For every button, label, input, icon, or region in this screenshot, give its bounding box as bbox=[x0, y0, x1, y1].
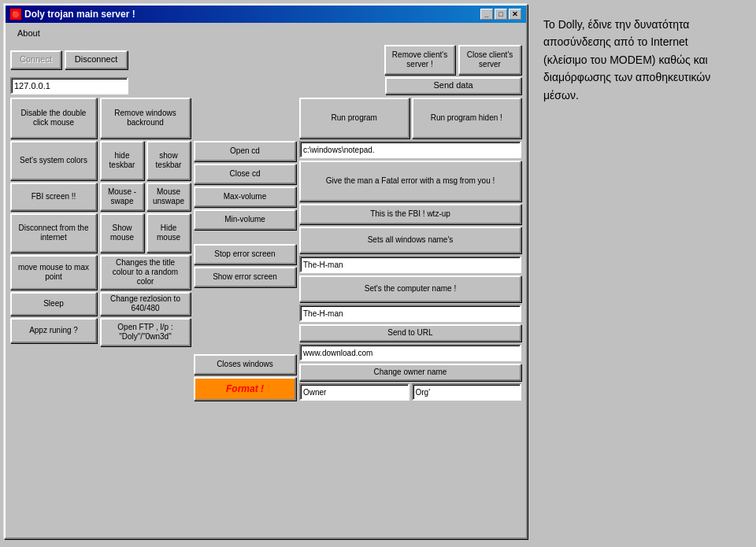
hide-mouse-button[interactable]: Hide mouse bbox=[146, 213, 191, 253]
disconnect-internet-button[interactable]: Disconnect from the internet bbox=[10, 213, 97, 253]
column-3: Open cd Close cd Max-volume Min-volume S… bbox=[194, 98, 296, 401]
set-system-colors-button[interactable]: Set's system colors bbox=[10, 141, 97, 180]
close-client-server-button[interactable]: Close client's server bbox=[458, 45, 521, 75]
sidebar-text-content: Το Dolly, έδινε την δυνατότητα αποσύνδεσ… bbox=[543, 18, 710, 102]
send-to-url-button[interactable]: Send to URL bbox=[299, 324, 521, 342]
connect-button[interactable]: Connect bbox=[10, 50, 61, 69]
hide-teskbar-button[interactable]: hide teskbar bbox=[100, 141, 144, 180]
org-input[interactable] bbox=[412, 383, 522, 401]
url-input[interactable] bbox=[299, 344, 521, 361]
sleep-button[interactable]: Sleep bbox=[10, 292, 97, 316]
show-mouse-button[interactable]: Show mouse bbox=[100, 213, 144, 253]
maximize-button[interactable]: □ bbox=[495, 9, 507, 20]
close-cd-button[interactable]: Close cd bbox=[194, 164, 296, 184]
main-window: 🔴 Doly trojan main server ! _ □ ✕ About … bbox=[4, 4, 528, 539]
hman1-input[interactable] bbox=[299, 256, 521, 273]
open-ftp-button[interactable]: Open FTP , l/p : "Doly"/"0wn3d" bbox=[100, 318, 191, 346]
hman2-input[interactable] bbox=[299, 305, 521, 322]
set-computer-name-button[interactable]: Set's the computer name ! bbox=[299, 275, 521, 302]
send-data-button[interactable]: Send data bbox=[385, 77, 521, 94]
min-volume-button[interactable]: Min-volume bbox=[194, 209, 296, 230]
sidebar-description: Το Dolly, έδινε την δυνατότητα αποσύνδεσ… bbox=[532, 0, 744, 120]
menu-about[interactable]: About bbox=[10, 26, 47, 40]
show-error-screen-button[interactable]: Show error screen bbox=[194, 267, 296, 287]
set-all-windows-names-button[interactable]: Sets all windows name's bbox=[299, 227, 521, 253]
window-content: About Connect Disconnect Remove client's… bbox=[6, 23, 526, 405]
disable-double-click-button[interactable]: Disable the double click mouse bbox=[10, 98, 97, 139]
stop-error-screen-button[interactable]: Stop error screen bbox=[194, 244, 296, 264]
run-program-button[interactable]: Run program bbox=[299, 98, 410, 139]
title-bar: 🔴 Doly trojan main server ! _ □ ✕ bbox=[6, 6, 526, 23]
mouse-unswape-button[interactable]: Mouse unswape bbox=[146, 183, 191, 211]
closes-windows-button[interactable]: Closes windows bbox=[194, 354, 296, 375]
change-title-colour-button[interactable]: Changes the title colour to a random col… bbox=[100, 255, 191, 290]
ip-input[interactable] bbox=[10, 77, 128, 94]
remove-client-server-button[interactable]: Remove client's server ! bbox=[384, 45, 455, 75]
fbi-screen-button[interactable]: FBI screen !! bbox=[10, 183, 97, 211]
column-2: Remove windows backround hide teskbar sh… bbox=[100, 98, 191, 401]
give-fatal-error-button[interactable]: Give the man a Fatal error with a msg fr… bbox=[299, 161, 521, 201]
window-title: Doly trojan main server ! bbox=[24, 9, 135, 20]
title-controls: _ □ ✕ bbox=[480, 9, 521, 20]
mouse-swape-button[interactable]: Mouse - swape bbox=[100, 183, 144, 211]
remove-windows-bg-button[interactable]: Remove windows backround bbox=[100, 98, 191, 139]
close-button[interactable]: ✕ bbox=[509, 9, 521, 20]
fbi-wtzup-button[interactable]: This is the FBI ! wtz-up bbox=[299, 204, 521, 224]
menu-bar: About bbox=[10, 26, 521, 40]
minimize-button[interactable]: _ bbox=[480, 9, 493, 20]
disconnect-button[interactable]: Disconnect bbox=[65, 50, 128, 69]
open-cd-button[interactable]: Open cd bbox=[194, 141, 296, 161]
notepad-path-input[interactable] bbox=[299, 141, 521, 158]
connect-row: Connect Disconnect Remove client's serve… bbox=[10, 45, 521, 75]
column-1: Disable the double click mouse Set's sys… bbox=[10, 98, 97, 401]
main-area: Disable the double click mouse Set's sys… bbox=[10, 98, 521, 401]
run-program-hiden-button[interactable]: Run program hiden ! bbox=[412, 98, 522, 139]
column-4: Run program Run program hiden ! Give the… bbox=[299, 98, 521, 401]
change-rezlosion-button[interactable]: Change rezlosion to 640/480 bbox=[100, 292, 191, 316]
appz-running-button[interactable]: Appz runing ? bbox=[10, 318, 97, 343]
move-mouse-max-button[interactable]: move mouse to max point bbox=[10, 255, 97, 290]
change-owner-name-button[interactable]: Change owner name bbox=[299, 364, 521, 381]
show-teskbar-button[interactable]: show teskbar bbox=[146, 141, 191, 180]
window-icon: 🔴 bbox=[10, 9, 21, 20]
owner-input[interactable] bbox=[299, 383, 410, 401]
format-button[interactable]: Format ! bbox=[194, 377, 296, 401]
max-volume-button[interactable]: Max-volume bbox=[194, 187, 296, 207]
